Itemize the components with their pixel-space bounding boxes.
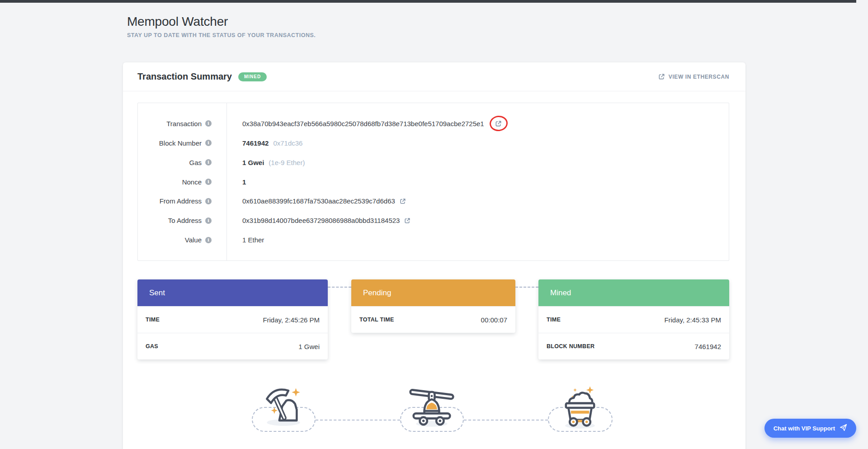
info-icon[interactable] (205, 140, 212, 146)
info-icon[interactable] (205, 198, 212, 204)
status-badge: MINED (238, 72, 267, 81)
transaction-hash: 0x38a70b943eacf37eb566a5980c25078d68fb7d… (242, 120, 484, 128)
pickaxe-icon (259, 380, 308, 430)
detail-label-text: Nonce (182, 178, 202, 186)
row-label: TIME (146, 317, 160, 323)
detail-row-to-address: To Address 0x31b98d14007bdee637298086988… (138, 211, 729, 230)
paper-plane-icon (840, 424, 847, 433)
detail-row-gas: Gas 1 Gwei (1e-9 Ether) (138, 153, 729, 172)
mined-block-number-row: BLOCK NUMBER 7461942 (538, 333, 729, 359)
detail-row-nonce: Nonce 1 (138, 172, 729, 192)
detail-label-text: To Address (168, 217, 202, 224)
info-icon[interactable] (205, 237, 212, 243)
info-icon[interactable] (205, 217, 212, 224)
handcar-icon (407, 380, 457, 430)
transaction-details-panel: Transaction 0x38a70b943eacf37eb566a5980c… (137, 103, 729, 261)
detail-row-from-address: From Address 0x610ae88399fc1687fa7530aac… (138, 191, 729, 211)
info-icon[interactable] (205, 120, 212, 127)
row-label: TIME (547, 317, 561, 323)
mined-time-row: TIME Friday, 2:45:33 PM (538, 306, 729, 333)
status-card-pending: Pending TOTAL TIME 00:00:07 (351, 279, 515, 333)
detail-row-value: Value 1 Ether (138, 230, 729, 250)
etherscan-link-label: VIEW IN ETHERSCAN (669, 74, 729, 80)
sent-time-row: TIME Friday, 2:45:26 PM (137, 306, 328, 333)
timeline-connector (515, 287, 538, 288)
row-label: TOTAL TIME (359, 317, 394, 323)
red-circle-annotation (489, 115, 508, 132)
external-link-icon (658, 73, 665, 80)
page-header: Mempool Watcher STAY UP TO DATE WITH THE… (127, 14, 316, 38)
block-number-hex: 0x71dc36 (273, 139, 302, 147)
pending-card-header: Pending (351, 279, 515, 306)
row-value: 00:00:07 (481, 316, 507, 324)
nonce-value: 1 (242, 178, 246, 186)
row-value: Friday, 2:45:33 PM (664, 316, 721, 324)
from-address-external-link-icon[interactable] (400, 198, 406, 204)
timeline-connector (328, 287, 351, 288)
minecart-icon (555, 383, 605, 432)
mined-card-header: Mined (538, 279, 729, 306)
from-address-value: 0x610ae88399fc1687fa7530aac28ec2539c7d6d… (242, 197, 395, 205)
to-address-value: 0x31b98d14007bdee637298086988a0bbd311845… (242, 217, 400, 224)
block-number-value: 7461942 (242, 139, 269, 147)
sent-gas-row: GAS 1 Gwei (137, 333, 328, 359)
row-label: BLOCK NUMBER (547, 343, 594, 350)
stage-connector (316, 420, 400, 421)
page-title: Mempool Watcher (127, 14, 316, 29)
chat-with-vip-support-button[interactable]: Chat with VIP Support (764, 419, 856, 438)
detail-row-transaction: Transaction 0x38a70b943eacf37eb566a5980c… (138, 114, 729, 133)
status-card-mined: Mined TIME Friday, 2:45:33 PM BLOCK NUMB… (538, 279, 729, 359)
status-card-sent: Sent TIME Friday, 2:45:26 PM GAS 1 Gwei (137, 279, 328, 359)
summary-title: Transaction Summary (137, 71, 232, 82)
ether-value: 1 Ether (242, 236, 264, 244)
stage-connector (464, 420, 548, 421)
transaction-summary-card: Transaction Summary MINED VIEW IN ETHERS… (123, 62, 745, 449)
summary-card-header: Transaction Summary MINED VIEW IN ETHERS… (123, 62, 745, 91)
to-address-external-link-icon[interactable] (404, 217, 410, 224)
row-value: Friday, 2:45:26 PM (263, 316, 320, 324)
detail-label-text: Block Number (159, 139, 202, 147)
detail-label-text: From Address (160, 197, 202, 205)
row-label: GAS (146, 343, 158, 350)
pending-total-time-row: TOTAL TIME 00:00:07 (351, 306, 515, 333)
view-in-etherscan-link[interactable]: VIEW IN ETHERSCAN (658, 73, 729, 80)
info-icon[interactable] (205, 179, 212, 185)
sent-card-header: Sent (137, 279, 328, 306)
top-loading-bar (0, 0, 856, 3)
page-subtitle: STAY UP TO DATE WITH THE STATUS OF YOUR … (127, 32, 316, 38)
detail-label-text: Value (185, 236, 202, 244)
detail-row-block-number: Block Number 7461942 0x71dc36 (138, 133, 729, 153)
info-icon[interactable] (205, 159, 212, 165)
gas-value: 1 Gwei (242, 159, 264, 166)
detail-label-text: Transaction (166, 120, 202, 128)
gas-ether-equivalent: (1e-9 Ether) (269, 159, 305, 166)
row-value: 7461942 (695, 343, 721, 350)
detail-label-text: Gas (189, 159, 202, 166)
row-value: 1 Gwei (298, 343, 320, 350)
chat-button-label: Chat with VIP Support (774, 425, 835, 432)
